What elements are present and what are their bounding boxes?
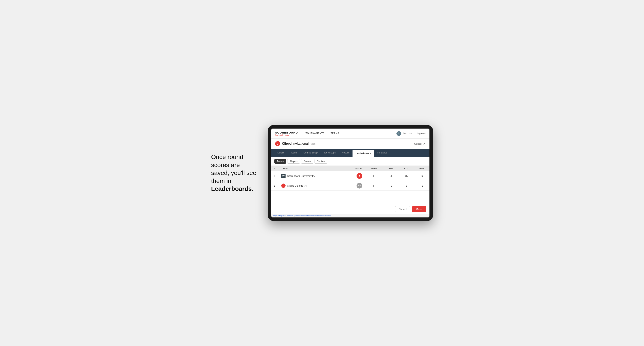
cell-rd1: -4	[383, 171, 398, 181]
cell-thru: F	[364, 171, 383, 181]
cancel-button[interactable]: Cancel	[395, 206, 410, 212]
tab-details[interactable]: Details	[274, 149, 288, 157]
tournament-subtitle: (Men)	[310, 142, 316, 145]
nav-links: TOURNAMENTS TEAMS	[302, 129, 396, 139]
sub-tab-strokes[interactable]: Strokes	[314, 159, 327, 164]
table-row: 2CClippd College [A]+3F+8-8+3	[271, 181, 430, 191]
cell-total: -5	[344, 171, 364, 181]
tab-leaderboards[interactable]: Leaderboards	[352, 150, 374, 157]
left-line5-end: .	[252, 185, 254, 192]
logo-area: SCOREBOARD Powered by clippd	[275, 131, 298, 136]
left-line3: saved, you'll see	[211, 169, 256, 176]
tournament-title: Clippd Invitational	[282, 142, 309, 145]
nav-tournaments[interactable]: TOURNAMENTS	[302, 129, 328, 139]
close-icon[interactable]: ✕	[423, 142, 426, 146]
cell-total: +3	[344, 181, 364, 191]
left-description: Once round scores are saved, you'll see …	[211, 153, 256, 193]
col-rank: #	[271, 166, 279, 171]
user-avatar: S	[396, 131, 401, 136]
left-line1: Once round	[211, 154, 243, 160]
url-text: https://stage-blue-coach.stagescorerboar…	[273, 215, 331, 217]
cell-rd3: +3	[414, 181, 430, 191]
leaderboard-table-container: # TEAM TOTAL THRU RD1 RD2 RD3 1SUScorebo…	[271, 166, 430, 204]
save-button[interactable]: Save	[412, 206, 426, 212]
cell-rank: 1	[271, 171, 279, 181]
col-team: TEAM	[279, 166, 344, 171]
tab-tee-groups[interactable]: Tee Groups	[321, 149, 339, 157]
team-name: Clippd College [A]	[287, 184, 307, 187]
left-line4: them in	[211, 177, 231, 184]
bottom-bar: Cancel Save	[271, 204, 430, 214]
nav-user-name: Test User	[403, 132, 413, 135]
sign-out-link[interactable]: Sign out	[417, 132, 426, 135]
left-line2: scores are	[211, 162, 240, 169]
nav-separator: |	[415, 132, 415, 135]
cell-rd2: -8	[398, 181, 414, 191]
logo-title: SCOREBOARD	[275, 131, 298, 134]
cell-rd3: -6	[414, 171, 430, 181]
col-thru: THRU	[364, 166, 383, 171]
tournament-header: C Clippd Invitational (Men) Cancel ✕	[271, 139, 430, 149]
table-row: 1SUScoreboard University [A]-5F-4+5-6	[271, 171, 430, 181]
sub-tab-bar: Teams Players Scores Strokes	[271, 157, 430, 166]
col-rd2: RD2	[398, 166, 414, 171]
tournament-cancel-label: Cancel	[414, 142, 422, 145]
tab-nav: Details Teams Course Setup Tee Groups Re…	[271, 149, 430, 157]
col-total: TOTAL	[344, 166, 364, 171]
tablet: SCOREBOARD Powered by clippd TOURNAMENTS…	[268, 125, 433, 221]
col-rd3: RD3	[414, 166, 430, 171]
cell-rd2: +5	[398, 171, 414, 181]
nav-teams[interactable]: TEAMS	[328, 129, 342, 139]
url-bar: https://stage-blue-coach.stagescorerboar…	[271, 214, 430, 217]
sub-tab-players[interactable]: Players	[287, 159, 300, 164]
tournament-cancel-button[interactable]: Cancel ✕	[414, 142, 426, 146]
col-rd1: RD1	[383, 166, 398, 171]
logo-subtitle: Powered by clippd	[275, 134, 298, 136]
cell-thru: F	[364, 181, 383, 191]
tab-results[interactable]: Results	[339, 149, 352, 157]
cell-team: SUScoreboard University [A]	[279, 171, 344, 181]
nav-right: S Test User | Sign out	[396, 131, 426, 136]
tab-teams[interactable]: Teams	[288, 149, 300, 157]
cell-rd1: +8	[383, 181, 398, 191]
leaderboard-table: # TEAM TOTAL THRU RD1 RD2 RD3 1SUScorebo…	[271, 166, 430, 191]
sub-tab-teams[interactable]: Teams	[274, 159, 286, 164]
tab-printables[interactable]: Printables	[374, 149, 390, 157]
top-nav: SCOREBOARD Powered by clippd TOURNAMENTS…	[271, 129, 430, 139]
cell-team: CClippd College [A]	[279, 181, 344, 191]
left-line5-bold: Leaderboards	[211, 185, 252, 192]
tournament-logo: C	[275, 141, 280, 146]
team-name: Scoreboard University [A]	[287, 174, 315, 177]
tab-course-setup[interactable]: Course Setup	[300, 149, 321, 157]
tablet-screen: SCOREBOARD Powered by clippd TOURNAMENTS…	[271, 129, 430, 217]
sub-tab-scores[interactable]: Scores	[301, 159, 313, 164]
cell-rank: 2	[271, 181, 279, 191]
